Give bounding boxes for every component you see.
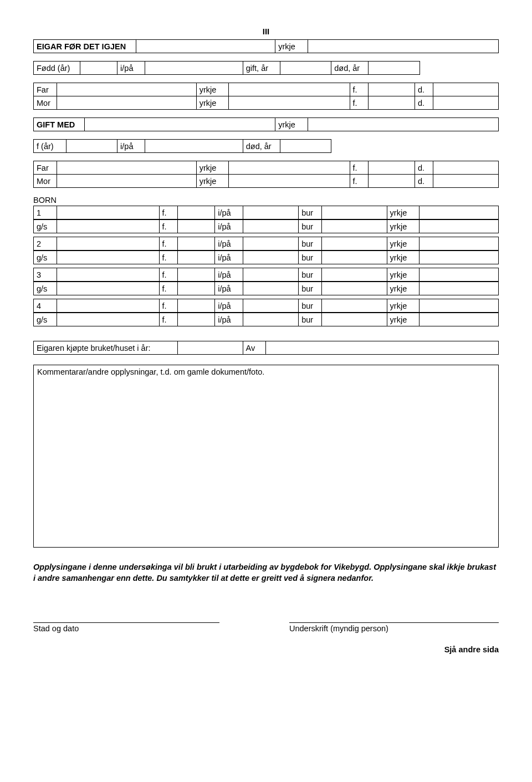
born-n: 3 bbox=[34, 268, 57, 282]
born-f-field[interactable] bbox=[178, 268, 215, 282]
born-row: 2 f. i/på bur yrkje bbox=[33, 237, 499, 251]
giftmed-table: GIFT MED yrkje bbox=[33, 117, 499, 131]
born-bur-field[interactable] bbox=[322, 220, 387, 233]
born-f-field[interactable] bbox=[178, 220, 215, 233]
birth-table: Fødd (år) i/på gift, år død, år bbox=[33, 61, 499, 75]
footer-text: Sjå andre sida bbox=[33, 645, 499, 654]
mor2-d: d. bbox=[415, 175, 433, 188]
born-ipa-field[interactable] bbox=[243, 299, 299, 313]
born-bur: bur bbox=[299, 313, 322, 326]
dod-field[interactable] bbox=[369, 62, 420, 75]
born-yrkje-field[interactable] bbox=[420, 206, 499, 219]
sig-left-label: Stad og dato bbox=[33, 624, 219, 633]
consent-text: Opplysingane i denne undersøkinga vil bl… bbox=[33, 562, 499, 584]
born-yrkje: yrkje bbox=[387, 251, 420, 264]
born-f-field[interactable] bbox=[178, 237, 215, 251]
parents-table: Far yrkje f. d. Mor yrkje f. d. bbox=[33, 83, 499, 110]
born-yrkje-field[interactable] bbox=[420, 220, 499, 233]
owner-name-field[interactable] bbox=[136, 40, 275, 53]
spouse-far-field[interactable] bbox=[66, 140, 117, 153]
born-bur-field[interactable] bbox=[322, 313, 387, 326]
born-heading: BORN bbox=[33, 196, 499, 205]
born-yrkje: yrkje bbox=[387, 268, 420, 282]
born-ipa-field[interactable] bbox=[243, 313, 299, 326]
born-yrkje-field[interactable] bbox=[420, 282, 499, 295]
gift-field[interactable] bbox=[280, 62, 331, 75]
born-ipa-field[interactable] bbox=[243, 251, 299, 264]
born-yrkje-field[interactable] bbox=[420, 299, 499, 313]
born-ipa-field[interactable] bbox=[243, 220, 299, 233]
far2-f-field[interactable] bbox=[369, 161, 415, 175]
giftmed-yrkje-label: yrkje bbox=[275, 118, 308, 131]
born-name[interactable] bbox=[57, 268, 159, 282]
mor2-name[interactable] bbox=[57, 175, 196, 188]
far-name[interactable] bbox=[57, 83, 196, 96]
comment-box[interactable]: Kommentarar/andre opplysningar, t.d. om … bbox=[33, 365, 499, 548]
born-yrkje-field[interactable] bbox=[420, 251, 499, 264]
born-ipa-field[interactable] bbox=[243, 282, 299, 295]
born-name[interactable] bbox=[57, 220, 159, 233]
born-yrkje-field[interactable] bbox=[420, 313, 499, 326]
far2-name[interactable] bbox=[57, 161, 196, 175]
sig-right-label: Underskrift (myndig person) bbox=[289, 624, 499, 633]
bought-av-field[interactable] bbox=[266, 341, 499, 355]
born-bur-field[interactable] bbox=[322, 299, 387, 313]
far2-yrkje[interactable] bbox=[229, 161, 350, 175]
born-row: g/s f. i/på bur yrkje bbox=[33, 219, 499, 233]
born-name[interactable] bbox=[57, 251, 159, 264]
born-ipa-field[interactable] bbox=[243, 206, 299, 219]
born-name[interactable] bbox=[57, 313, 159, 326]
far2-d-field[interactable] bbox=[433, 161, 499, 175]
born-n: 2 bbox=[34, 237, 57, 251]
born-ipa-field[interactable] bbox=[243, 268, 299, 282]
born-f-field[interactable] bbox=[178, 313, 215, 326]
far-f: f. bbox=[350, 83, 369, 96]
fodd-field[interactable] bbox=[80, 62, 117, 75]
born-ipa: i/på bbox=[215, 268, 243, 282]
giftmed-yrkje[interactable] bbox=[308, 118, 498, 131]
bought-table: Eigaren kjøpte bruket/huset i år: Av bbox=[33, 341, 499, 355]
born-bur-field[interactable] bbox=[322, 282, 387, 295]
born-ipa: i/på bbox=[215, 313, 243, 326]
born-yrkje: yrkje bbox=[387, 220, 420, 233]
mor2-d-field[interactable] bbox=[433, 175, 499, 188]
born-f-field[interactable] bbox=[178, 282, 215, 295]
born-ipa: i/på bbox=[215, 282, 243, 295]
spouse-parents-table: Far yrkje f. d. Mor yrkje f. d. bbox=[33, 161, 499, 188]
born-bur-field[interactable] bbox=[322, 268, 387, 282]
born-yrkje-field[interactable] bbox=[420, 268, 499, 282]
born-name[interactable] bbox=[57, 206, 159, 219]
born-ipa-field[interactable] bbox=[243, 237, 299, 251]
born-bur: bur bbox=[299, 268, 322, 282]
born-bur-field[interactable] bbox=[322, 251, 387, 264]
spouse-dod-field[interactable] bbox=[280, 140, 331, 153]
owner-yrkje-field[interactable] bbox=[308, 40, 498, 53]
born-f-field[interactable] bbox=[178, 251, 215, 264]
far-yrkje[interactable] bbox=[229, 83, 350, 96]
spouse-ipa-field[interactable] bbox=[145, 140, 243, 153]
giftmed-name[interactable] bbox=[85, 118, 275, 131]
born-name[interactable] bbox=[57, 282, 159, 295]
bought-year[interactable] bbox=[178, 341, 243, 355]
born-ipa: i/på bbox=[215, 299, 243, 313]
mor2-f-field[interactable] bbox=[369, 175, 415, 188]
mor-yrkje-label: yrkje bbox=[196, 96, 229, 110]
born-name[interactable] bbox=[57, 237, 159, 251]
mor2-yrkje[interactable] bbox=[229, 175, 350, 188]
born-bur-field[interactable] bbox=[322, 206, 387, 219]
born-bur-field[interactable] bbox=[322, 237, 387, 251]
far-f-field[interactable] bbox=[369, 83, 415, 96]
sig-line-left bbox=[33, 622, 219, 623]
born-yrkje-field[interactable] bbox=[420, 237, 499, 251]
born-f-field[interactable] bbox=[178, 299, 215, 313]
mor-f: f. bbox=[350, 96, 369, 110]
far-d-field[interactable] bbox=[433, 83, 499, 96]
born-ipa: i/på bbox=[215, 251, 243, 264]
mor-name[interactable] bbox=[57, 96, 196, 110]
mor-yrkje[interactable] bbox=[229, 96, 350, 110]
mor-f-field[interactable] bbox=[369, 96, 415, 110]
ipa-field[interactable] bbox=[145, 62, 243, 75]
born-f-field[interactable] bbox=[178, 206, 215, 219]
mor-d-field[interactable] bbox=[433, 96, 499, 110]
born-name[interactable] bbox=[57, 299, 159, 313]
